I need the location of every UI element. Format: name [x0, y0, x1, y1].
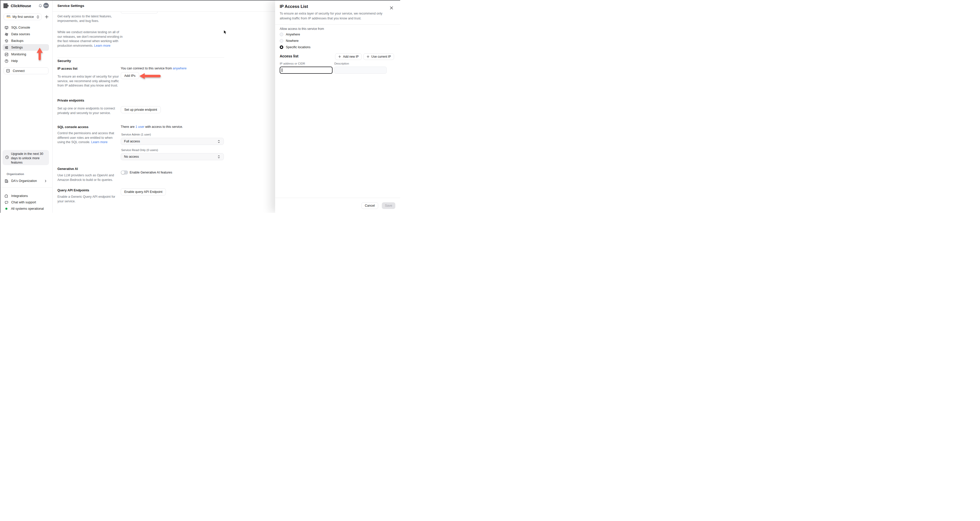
radio-specific-locations[interactable]: Specific locations [280, 45, 310, 49]
radio-circle-selected-icon [280, 45, 283, 49]
status-green-dot-icon [5, 208, 7, 210]
sidebar-item-label: Data sources [11, 32, 30, 36]
sidebar-item-sql-console[interactable]: SQL Console [3, 24, 49, 31]
close-icon[interactable] [390, 6, 393, 10]
system-status-row[interactable]: All systems operational [3, 206, 49, 212]
connect-button[interactable]: Connect [3, 67, 48, 74]
sql-console-description: Control the permissions and access that … [57, 131, 120, 145]
radio-label: Anywhere [286, 33, 300, 36]
release-channel-para2-text: While we conduct extensive testing on al… [57, 30, 123, 48]
sidebar-item-integrations[interactable]: Integrations [3, 193, 49, 199]
description-input[interactable] [334, 67, 387, 74]
ip-address-input[interactable] [280, 67, 332, 74]
main-content: Service Settings Get early access to the… [52, 0, 275, 213]
panel-title: IP Access List [280, 4, 308, 9]
generative-ai-toggle[interactable] [121, 170, 128, 175]
one-user-link[interactable]: 1 user [135, 125, 145, 129]
generative-ai-toggle-label: Enable Generative AI features [130, 171, 172, 174]
service-selector-label: My first service [13, 15, 37, 19]
add-new-ip-label: Add new IP [343, 55, 359, 59]
brand-name: ClickHouse [11, 4, 31, 8]
clickhouse-logo-icon [3, 3, 8, 8]
save-button[interactable]: Save [382, 202, 395, 209]
cancel-button[interactable]: Cancel [361, 202, 378, 209]
radio-label: Specific locations [286, 45, 310, 49]
sidebar-item-label: SQL Console [11, 26, 30, 29]
main-header: Service Settings [52, 0, 275, 12]
generative-ai-label: Generative AI [57, 167, 78, 171]
sidebar-item-data-sources[interactable]: Data sources [3, 31, 49, 38]
ip-access-list-panel: IP Access List To ensure an extra layer … [275, 0, 400, 213]
use-current-ip-label: Use current IP [371, 55, 391, 59]
add-new-ip-button[interactable]: Add new IP [335, 53, 362, 60]
notifications-bell-icon[interactable] [38, 4, 42, 8]
sentence-suffix: with access to this service. [144, 125, 183, 129]
private-endpoints-description: Set up one or more endpoints to connect … [57, 106, 124, 115]
description-field [334, 67, 387, 74]
sql-console-icon [5, 26, 8, 30]
panel-description: To ensure an extra layer of security for… [280, 11, 391, 21]
service-readonly-select-value: No access [124, 155, 139, 159]
clickhouse-cloud-app: ClickHouse DA aws My first service [0, 0, 400, 213]
sidebar-item-label: Backups [11, 39, 24, 43]
radio-anywhere[interactable]: Anywhere [280, 33, 300, 36]
ip-address-field-label: IP address or CIDR [280, 62, 305, 65]
ip-address-field [280, 67, 332, 74]
use-current-ip-button[interactable]: Use current IP [363, 53, 394, 60]
red-arrow-left-annotation [139, 73, 161, 79]
description-field-label: Description [334, 62, 349, 65]
anywhere-link[interactable]: anywhere [173, 67, 186, 70]
sidebar-item-label: Help [11, 59, 18, 63]
brand: ClickHouse [3, 3, 31, 8]
query-api-endpoints-label: Query API Endpoints [57, 189, 89, 192]
enable-query-api-button[interactable]: Enable query API Endpoint [121, 188, 166, 195]
sql-console-learn-more-link[interactable]: Learn more [91, 140, 107, 144]
window-top-edge [0, 0, 400, 0]
organization-row[interactable]: DA's Organization [3, 178, 49, 184]
service-readonly-label: Service Read Only (0 users) [121, 148, 158, 152]
organization-name: DA's Organization [11, 179, 44, 183]
sidebar-item-backups[interactable]: Backups [3, 38, 49, 44]
organization-building-icon [5, 179, 8, 183]
release-channel-learn-more-link[interactable]: Learn more [94, 44, 110, 48]
service-selector[interactable]: aws My first service [3, 14, 41, 20]
aws-provider-icon: aws [6, 15, 11, 18]
sidebar-item-label: Monitoring [11, 52, 26, 56]
generative-ai-description: Use LLM providers such as OpenAI and Ama… [57, 173, 121, 182]
user-avatar[interactable]: DA [43, 3, 49, 8]
release-channel-select-cutoff[interactable] [121, 12, 158, 14]
connect-label: Connect [13, 69, 25, 73]
upgrade-notice-text: Upgrade in the next 30 days to unlock mo… [11, 152, 47, 165]
sidebar-item-chat-support[interactable]: Chat with support [3, 199, 49, 205]
upgrade-notice-card[interactable]: Upgrade in the next 30 days to unlock mo… [3, 150, 49, 165]
access-list-heading: Access list [280, 54, 298, 58]
integrations-puzzle-icon [5, 194, 8, 198]
query-api-description: Enable a Generic Query API endpoint for … [57, 195, 121, 203]
allow-access-label: Allow access to this service from [280, 27, 324, 31]
monitoring-icon [5, 52, 8, 56]
radio-circle-icon [280, 39, 283, 43]
add-ips-button[interactable]: Add IPs [121, 72, 139, 79]
private-endpoints-label: Private endpoints [57, 99, 84, 102]
plus-icon [338, 55, 341, 58]
chat-bubble-icon [5, 200, 8, 204]
settings-icon [5, 46, 8, 49]
data-sources-icon [5, 32, 8, 36]
chevron-right-icon [44, 179, 47, 183]
add-service-button[interactable] [45, 14, 49, 19]
ip-access-description: To ensure an extra layer of security for… [57, 75, 120, 88]
connect-wifi-icon [6, 69, 10, 73]
mouse-cursor [224, 30, 227, 35]
service-admin-select[interactable]: Full access [121, 138, 224, 145]
toggle-knob [121, 171, 124, 174]
sidebar-divider [0, 187, 52, 187]
radio-nowhere[interactable]: Nowhere [280, 39, 299, 43]
service-admin-label: Service Admin (1 user) [121, 133, 151, 136]
chevron-updown-icon [217, 155, 221, 159]
setup-private-endpoint-button[interactable]: Set up private endpoint [121, 106, 161, 113]
ip-access-status-text: You can connect to this service from [121, 67, 173, 70]
sidebar-item-label: Settings [11, 46, 23, 49]
service-readonly-select[interactable]: No access [121, 153, 224, 160]
system-status-label: All systems operational [11, 207, 44, 211]
chevron-updown-icon [37, 15, 39, 19]
